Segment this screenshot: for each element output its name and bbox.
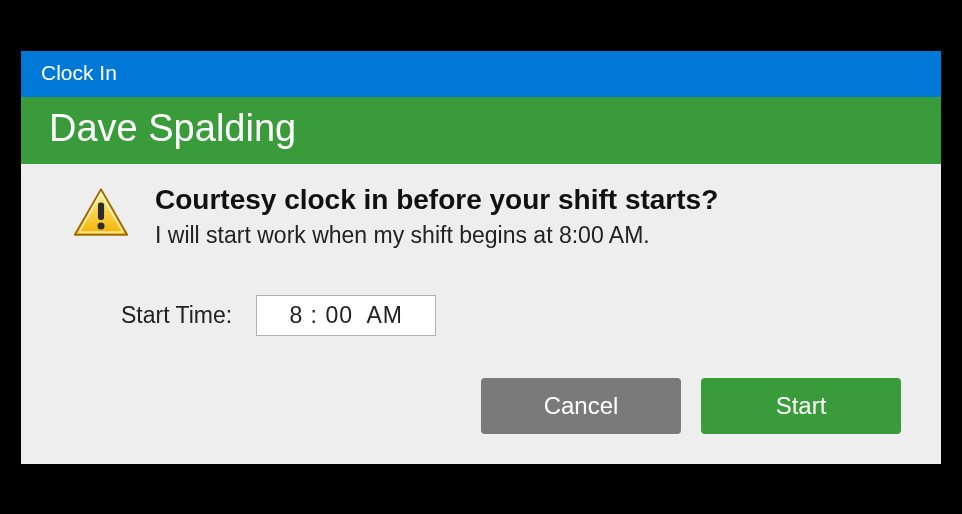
start-time-row: Start Time: <box>121 295 911 336</box>
button-row: Cancel Start <box>51 378 911 434</box>
cancel-button[interactable]: Cancel <box>481 378 681 434</box>
user-header: Dave Spalding <box>21 97 941 164</box>
window-title: Clock In <box>41 61 117 84</box>
warning-icon <box>71 184 131 240</box>
user-name: Dave Spalding <box>49 107 296 149</box>
svg-rect-2 <box>98 202 104 220</box>
content-area: Courtesy clock in before your shift star… <box>21 164 941 464</box>
message-heading: Courtesy clock in before your shift star… <box>155 184 911 216</box>
svg-point-3 <box>98 222 105 229</box>
start-button[interactable]: Start <box>701 378 901 434</box>
message-body: I will start work when my shift begins a… <box>155 222 911 249</box>
message-row: Courtesy clock in before your shift star… <box>51 184 911 249</box>
titlebar: Clock In <box>21 51 941 97</box>
clock-in-dialog: Clock In Dave Spalding <box>21 51 941 464</box>
start-time-label: Start Time: <box>121 302 232 329</box>
message-text: Courtesy clock in before your shift star… <box>155 184 911 249</box>
start-time-input[interactable] <box>256 295 436 336</box>
